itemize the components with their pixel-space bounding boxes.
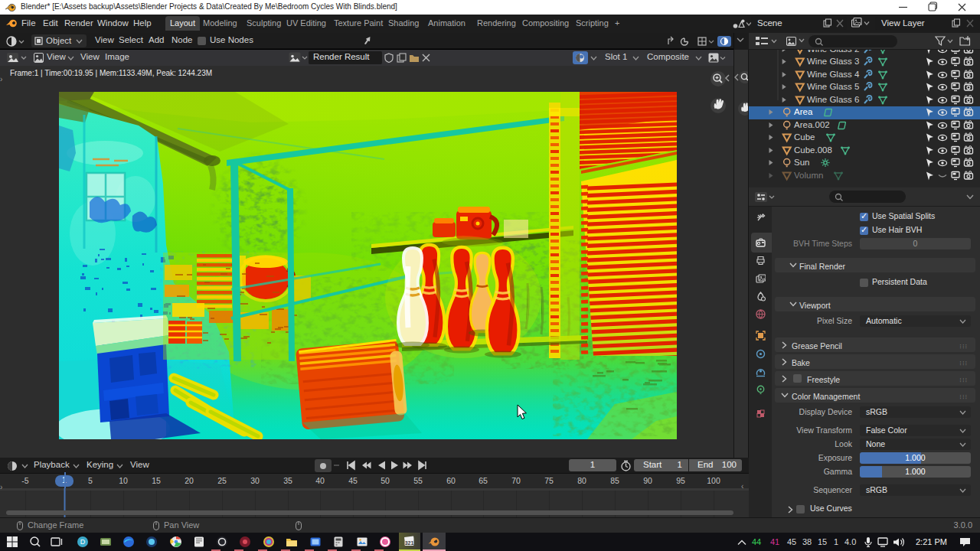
svg-text:D: D [80, 538, 86, 546]
svg-text:321: 321 [405, 540, 414, 546]
